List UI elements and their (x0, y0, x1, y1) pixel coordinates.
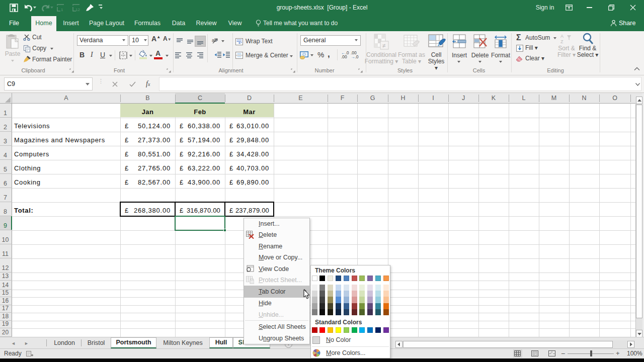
svg-text:A: A (560, 34, 564, 39)
svg-text:ab: ab (212, 38, 217, 43)
svg-text:Z: Z (560, 39, 564, 44)
svg-text:≠: ≠ (382, 42, 386, 49)
